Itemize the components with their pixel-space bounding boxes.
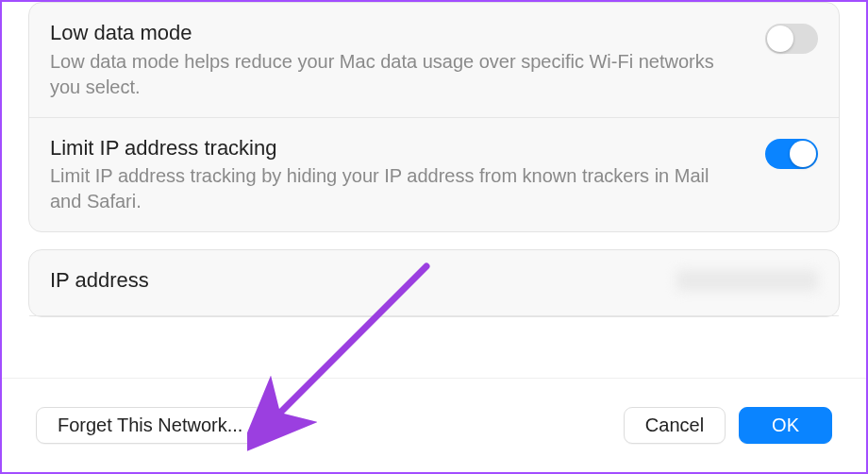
ip-address-label: IP address: [50, 267, 676, 295]
ip-address-row: IP address: [29, 250, 839, 316]
ip-address-value: [676, 270, 818, 291]
ip-card: IP address: [28, 249, 840, 317]
low-data-mode-desc: Low data mode helps reduce your Mac data…: [50, 49, 727, 100]
cancel-button[interactable]: Cancel: [624, 407, 726, 444]
dialog-footer: Forget This Network... Cancel OK: [2, 378, 866, 472]
limit-ip-tracking-desc: Limit IP address tracking by hiding your…: [50, 163, 727, 214]
settings-card: Low data mode Low data mode helps reduce…: [28, 2, 840, 232]
limit-ip-tracking-title: Limit IP address tracking: [50, 135, 727, 162]
low-data-mode-title: Low data mode: [50, 20, 727, 47]
settings-scroll-area: Low data mode Low data mode helps reduce…: [28, 2, 840, 378]
low-data-mode-row: Low data mode Low data mode helps reduce…: [29, 3, 839, 118]
limit-ip-tracking-toggle[interactable]: [765, 139, 818, 169]
ok-button[interactable]: OK: [739, 407, 832, 444]
forget-network-button[interactable]: Forget This Network...: [36, 407, 264, 444]
limit-ip-tracking-row: Limit IP address tracking Limit IP addre…: [29, 118, 839, 232]
low-data-mode-toggle[interactable]: [765, 24, 818, 54]
